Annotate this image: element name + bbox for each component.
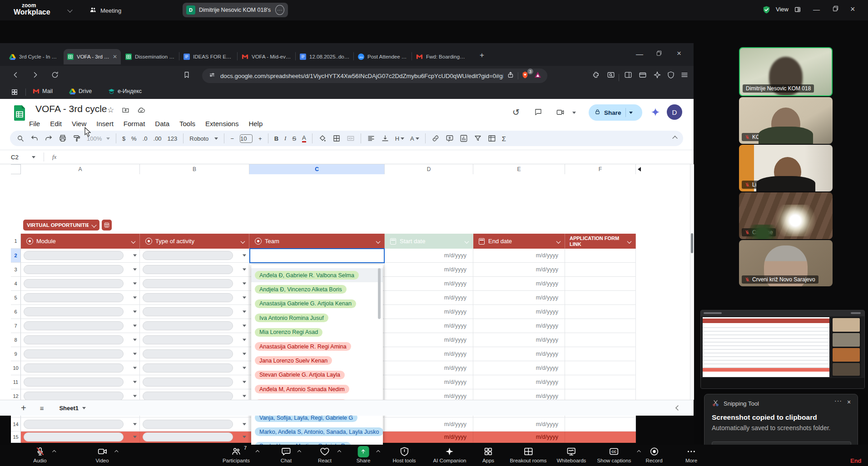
cell-A14[interactable]	[21, 417, 140, 432]
brave-shield-icon[interactable]: 3	[521, 71, 529, 81]
cell-F15[interactable]	[565, 432, 636, 443]
cell-B10[interactable]	[140, 361, 249, 375]
cell-A10[interactable]	[21, 361, 140, 375]
dropdown-option-7[interactable]: Jana Lorenzo Suelv Kenan	[251, 353, 383, 368]
cell-B7[interactable]	[140, 319, 249, 333]
column-header-E[interactable]: E	[473, 164, 565, 174]
bookmark-icon[interactable]	[183, 71, 191, 81]
text-color-button[interactable]: A	[302, 135, 306, 142]
select-all-corner[interactable]	[11, 164, 21, 174]
table-header-type-of-activity[interactable]: Type of activity	[140, 234, 249, 249]
view-button[interactable]: View	[776, 6, 789, 13]
browser-restore-button[interactable]	[656, 50, 662, 58]
new-tab-button[interactable]: +	[480, 52, 484, 59]
browser-tab-3[interactable]: Dissemination tracker	[122, 49, 179, 64]
sheet-tab-sheet1[interactable]: Sheet1	[59, 405, 86, 412]
screen-share-preview[interactable]	[700, 310, 865, 389]
cell-A6[interactable]	[21, 305, 140, 319]
zoom-toolbar-record[interactable]: Record	[645, 446, 662, 463]
collapse-toolbar-icon[interactable]	[672, 136, 677, 141]
zoom-toolbar-breakout-rooms[interactable]: Breakout rooms	[510, 446, 546, 463]
dropdown-option-5[interactable]: Mia Lorenzo Regi Asad	[251, 325, 383, 339]
dropdown-option-6[interactable]: Anastasija Gabriele R. Regi Amina	[251, 339, 383, 353]
cell-E6[interactable]: m/d/yyyy	[473, 305, 565, 319]
restore-button[interactable]	[832, 5, 839, 13]
cell-B8[interactable]	[140, 333, 249, 347]
cell-E5[interactable]: m/d/yyyy	[473, 291, 565, 305]
find-in-page-icon[interactable]	[607, 71, 615, 81]
cell-E10[interactable]: m/d/yyyy	[473, 361, 565, 375]
cell-E2[interactable]: m/d/yyyy	[473, 249, 565, 263]
workspace-chevron-icon[interactable]	[67, 7, 72, 12]
row-header-3[interactable]: 3	[11, 263, 21, 277]
chevron-up-icon[interactable]	[256, 450, 259, 454]
bookmark-Mail[interactable]: Mail	[33, 88, 53, 94]
all-sheets-icon[interactable]: ≡	[40, 404, 44, 412]
share-button[interactable]: Share	[589, 104, 642, 121]
sheets-logo-icon[interactable]	[14, 105, 25, 123]
tab-meeting[interactable]: Meeting	[84, 4, 126, 17]
zoom-toolbar-video[interactable]: Video	[95, 446, 109, 463]
chevron-up-icon[interactable]	[114, 450, 118, 454]
view-layout-icon[interactable]	[794, 6, 801, 15]
row-header-14[interactable]: 14	[11, 417, 21, 432]
cell-D11[interactable]: m/d/yyyy	[385, 375, 473, 389]
more-options-icon[interactable]: ···	[275, 5, 284, 15]
zoom-toolbar-participants[interactable]: 7Participants	[223, 446, 250, 463]
tab-close-icon[interactable]: ✕	[113, 54, 117, 60]
cell-E9[interactable]: m/d/yyyy	[473, 347, 565, 361]
format-percent-button[interactable]: %	[131, 135, 137, 142]
browser-tab-4[interactable]: IDEAS FOR ESC VOLU	[180, 49, 237, 64]
close-button[interactable]: ×	[850, 5, 855, 14]
browser-minimize-button[interactable]: —	[636, 50, 643, 59]
menu-edit[interactable]: Edit	[46, 119, 65, 128]
column-header-C[interactable]: C	[249, 164, 385, 174]
dropdown-option-1[interactable]: Anđela Đ, Gabriele R. Valbona Selma	[251, 268, 383, 282]
chevron-up-icon[interactable]	[637, 450, 640, 454]
dropdown-option-3[interactable]: Anastasija Gabriele G. Artjola Kenan	[251, 297, 383, 311]
chevron-up-icon[interactable]	[298, 450, 301, 454]
insert-comment-icon[interactable]	[446, 134, 454, 142]
table-header-team[interactable]: Team	[249, 234, 385, 249]
borders-icon[interactable]	[332, 134, 341, 142]
cell-E8[interactable]: m/d/yyyy	[473, 333, 565, 347]
cell-D5[interactable]: m/d/yyyy	[385, 291, 473, 305]
format-currency-button[interactable]: $	[122, 135, 125, 142]
zoom-toolbar-apps[interactable]: Apps	[482, 446, 494, 463]
account-avatar[interactable]: D	[667, 104, 682, 120]
cell-E3[interactable]: m/d/yyyy	[473, 263, 565, 277]
table-header-start-date[interactable]: Start date	[385, 234, 473, 249]
row-header-15[interactable]: 15	[11, 432, 21, 443]
cell-D8[interactable]: m/d/yyyy	[385, 333, 473, 347]
row-header-5[interactable]: 5	[11, 291, 21, 305]
chevron-up-icon[interactable]	[52, 450, 56, 454]
notification-close-icon[interactable]: ×	[847, 398, 851, 406]
row-header-4[interactable]: 4	[11, 277, 21, 291]
cell-F2[interactable]	[565, 249, 636, 263]
cell-A4[interactable]	[21, 277, 140, 291]
cell-F8[interactable]	[565, 333, 636, 347]
text-wrap-button[interactable]: H	[395, 135, 404, 142]
print-icon[interactable]	[59, 134, 67, 142]
menu-file[interactable]: File	[25, 119, 44, 128]
cell-E4[interactable]: m/d/yyyy	[473, 277, 565, 291]
cell-F14[interactable]	[565, 417, 636, 432]
decrease-decimals-button[interactable]: .0	[143, 135, 148, 142]
row-header-6[interactable]: 6	[11, 305, 21, 319]
column-header-D[interactable]: D	[385, 164, 473, 174]
fill-color-icon[interactable]	[318, 134, 327, 142]
side-panel-icon[interactable]	[624, 71, 632, 81]
bookmark-Drive[interactable]: Drive	[69, 88, 92, 94]
browser-tab-7[interactable]: zmPost Attendee - Zoom	[354, 49, 412, 64]
cell-A3[interactable]	[21, 263, 140, 277]
extensions-puzzle-icon[interactable]	[592, 71, 600, 81]
cell-E15[interactable]: m/d/yyyy	[473, 432, 565, 443]
cell-B6[interactable]	[140, 305, 249, 319]
shared-screen-title-pill[interactable]: D Dimitrije Nesovic KOM 018's scre ···	[183, 3, 288, 17]
share-chevron-icon[interactable]	[629, 112, 633, 114]
url-bar[interactable]: docs.google.com/spreadsheets/d/1ViycHYTX…	[202, 69, 547, 83]
row-header-1[interactable]: 1	[11, 234, 21, 249]
reload-icon[interactable]	[51, 71, 59, 81]
cell-F3[interactable]	[565, 263, 636, 277]
browser-close-button[interactable]: ×	[677, 49, 681, 58]
